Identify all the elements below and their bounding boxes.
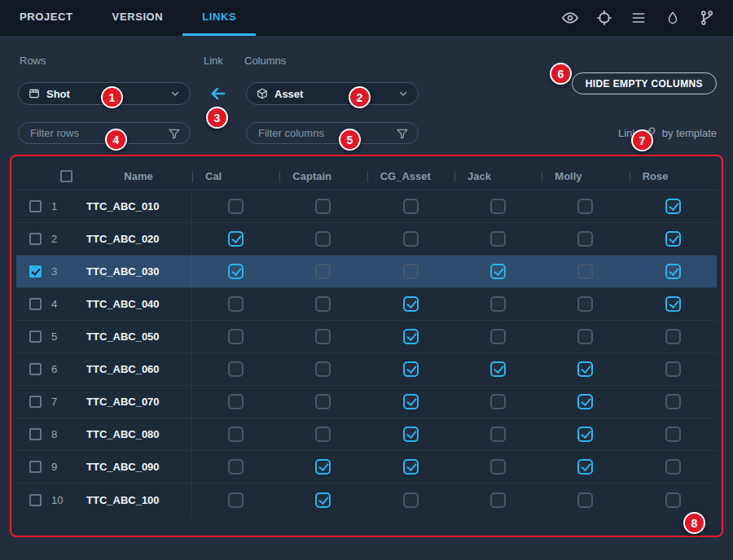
column-header-rose[interactable]: Rose [630, 163, 717, 190]
link-checkbox[interactable] [577, 296, 593, 312]
link-checkbox[interactable] [577, 329, 593, 344]
menu-icon[interactable] [630, 10, 647, 26]
link-checkbox[interactable] [403, 296, 419, 312]
link-direction-arrow-icon[interactable] [208, 83, 229, 104]
link-checkbox[interactable] [490, 329, 506, 344]
filter-rows-input[interactable] [18, 122, 191, 144]
link-checkbox[interactable] [577, 264, 593, 279]
row-select-checkbox[interactable] [29, 330, 42, 343]
table-row[interactable]: 10 TTC_ABC_100 [16, 483, 717, 516]
table-row[interactable]: 9 TTC_ABC_090 [16, 451, 717, 483]
link-checkbox[interactable] [315, 361, 331, 377]
link-checkbox[interactable] [315, 329, 331, 344]
link-checkbox[interactable] [490, 459, 506, 475]
link-checkbox[interactable] [403, 264, 419, 279]
link-checkbox[interactable] [403, 394, 419, 409]
column-header-jack[interactable]: Jack [454, 163, 542, 190]
column-header-captain[interactable]: Captain [279, 163, 366, 190]
link-checkbox[interactable] [403, 427, 419, 442]
link-checkbox[interactable] [228, 427, 244, 442]
link-checkbox[interactable] [490, 492, 506, 508]
link-checkbox[interactable] [665, 264, 681, 279]
filter-columns-input[interactable] [246, 122, 419, 144]
link-checkbox[interactable] [315, 296, 331, 312]
link-checkbox[interactable] [315, 492, 331, 508]
link-checkbox[interactable] [228, 231, 244, 247]
link-checkbox[interactable] [665, 394, 681, 409]
link-checkbox[interactable] [228, 361, 244, 377]
link-checkbox[interactable] [490, 199, 506, 214]
link-checkbox[interactable] [577, 361, 593, 377]
link-checkbox[interactable] [490, 361, 506, 377]
link-checkbox[interactable] [577, 427, 593, 442]
link-checkbox[interactable] [665, 427, 681, 442]
link-checkbox[interactable] [665, 492, 681, 508]
table-row[interactable]: 8 TTC_ABC_080 [16, 418, 717, 451]
link-checkbox[interactable] [490, 231, 506, 247]
table-row[interactable]: 6 TTC_ABC_060 [16, 353, 717, 386]
table-row[interactable]: 7 TTC_ABC_070 [16, 386, 717, 418]
table-row[interactable]: 4 TTC_ABC_040 [16, 288, 717, 321]
link-checkbox[interactable] [665, 459, 681, 475]
link-checkbox[interactable] [665, 329, 681, 344]
link-checkbox[interactable] [315, 264, 331, 279]
link-checkbox[interactable] [228, 296, 244, 312]
link-checkbox[interactable] [403, 199, 419, 214]
row-select-checkbox[interactable] [29, 363, 42, 375]
row-select-checkbox[interactable] [29, 298, 42, 310]
link-checkbox[interactable] [490, 394, 506, 409]
column-header-molly[interactable]: Molly [542, 163, 629, 190]
link-checkbox[interactable] [577, 492, 593, 508]
link-checkbox[interactable] [665, 199, 681, 214]
hide-empty-columns-button[interactable]: HIDE EMPTY COLUMNS [572, 72, 717, 94]
row-select-checkbox[interactable] [29, 494, 42, 506]
link-checkbox[interactable] [665, 231, 681, 247]
link-checkbox[interactable] [403, 459, 419, 475]
column-header-cal[interactable]: Cal [192, 163, 279, 190]
name-column-header[interactable]: Name [85, 163, 192, 190]
column-entity-dropdown[interactable]: Asset [246, 82, 419, 105]
link-checkbox[interactable] [665, 361, 681, 377]
link-checkbox[interactable] [228, 199, 244, 214]
target-icon[interactable] [596, 10, 612, 26]
row-select-checkbox[interactable] [29, 396, 42, 408]
link-checkbox[interactable] [490, 427, 506, 442]
link-checkbox[interactable] [577, 231, 593, 247]
link-checkbox[interactable] [315, 459, 331, 475]
row-select-checkbox[interactable] [29, 265, 42, 278]
link-checkbox[interactable] [228, 394, 244, 409]
link-checkbox[interactable] [315, 427, 331, 442]
table-row[interactable]: 2 TTC_ABC_020 [16, 223, 717, 256]
link-checkbox[interactable] [403, 492, 419, 508]
link-checkbox[interactable] [228, 329, 244, 344]
row-select-checkbox[interactable] [29, 461, 42, 473]
drop-icon[interactable] [665, 10, 681, 26]
tab-version[interactable]: VERSION [93, 0, 183, 36]
link-checkbox[interactable] [577, 199, 593, 214]
column-header-cg-asset[interactable]: CG_Asset [367, 163, 454, 190]
link-checkbox[interactable] [315, 231, 331, 247]
row-select-checkbox[interactable] [29, 233, 42, 245]
branch-icon[interactable] [699, 10, 715, 26]
select-all-checkbox[interactable] [60, 170, 72, 182]
link-checkbox[interactable] [315, 394, 331, 409]
link-checkbox[interactable] [403, 231, 419, 247]
filter-icon[interactable] [168, 127, 181, 140]
link-checkbox[interactable] [665, 296, 681, 312]
eye-icon[interactable] [562, 10, 578, 26]
table-row[interactable]: 3 TTC_ABC_030 [16, 256, 717, 288]
link-checkbox[interactable] [228, 492, 244, 508]
link-checkbox[interactable] [490, 264, 506, 279]
link-checkbox[interactable] [315, 199, 331, 214]
filter-icon[interactable] [396, 127, 409, 140]
link-checkbox[interactable] [577, 459, 593, 475]
table-row[interactable]: 5 TTC_ABC_050 [16, 321, 717, 353]
link-checkbox[interactable] [490, 296, 506, 312]
table-row[interactable]: 1 TTC_ABC_010 [16, 190, 717, 223]
row-select-checkbox[interactable] [29, 428, 42, 440]
link-checkbox[interactable] [228, 459, 244, 475]
tab-project[interactable]: PROJECT [0, 0, 93, 36]
link-checkbox[interactable] [228, 264, 244, 279]
link-checkbox[interactable] [403, 361, 419, 377]
link-checkbox[interactable] [577, 394, 593, 409]
